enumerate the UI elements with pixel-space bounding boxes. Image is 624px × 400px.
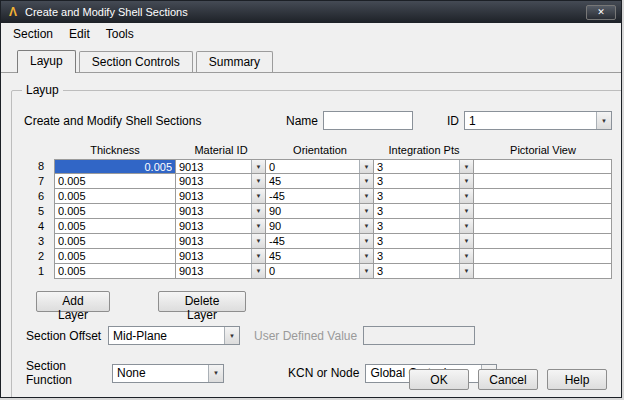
dropdown-arrow-icon[interactable]: ▼ — [359, 160, 373, 173]
dropdown-arrow-icon[interactable]: ▼ — [251, 219, 265, 233]
dropdown-arrow-icon[interactable]: ▼ — [359, 204, 373, 218]
thickness-input[interactable] — [55, 234, 175, 248]
thickness-input[interactable] — [55, 204, 175, 218]
dropdown-arrow-icon[interactable]: ▼ — [596, 112, 611, 129]
user-defined-value-label: User Defined Value — [254, 329, 357, 343]
integration-pts-combo[interactable]: 3▼ — [374, 234, 474, 249]
integration-pts-combo[interactable]: 3▼ — [374, 264, 474, 279]
thickness-input[interactable] — [55, 264, 175, 278]
section-offset-combo[interactable]: Mid-Plane ▼ — [108, 326, 240, 345]
integration-pts-combo[interactable]: 3▼ — [374, 204, 474, 219]
orientation-combo[interactable]: 90▼ — [266, 219, 374, 234]
menu-section[interactable]: Section — [5, 25, 61, 43]
section-offset-value: Mid-Plane — [109, 329, 224, 343]
orientation-value: 90 — [266, 204, 359, 218]
dropdown-arrow-icon[interactable]: ▼ — [251, 264, 265, 278]
close-button[interactable]: ✕ — [586, 5, 616, 20]
material-id-combo[interactable]: 9013▼ — [176, 204, 266, 219]
dropdown-arrow-icon[interactable]: ▼ — [251, 249, 265, 263]
thickness-input[interactable] — [55, 160, 175, 173]
orientation-value: -45 — [266, 234, 359, 248]
dropdown-arrow-icon[interactable]: ▼ — [459, 219, 473, 233]
dropdown-arrow-icon[interactable]: ▼ — [251, 174, 265, 188]
tab-section-controls[interactable]: Section Controls — [79, 51, 193, 72]
dropdown-arrow-icon[interactable]: ▼ — [251, 189, 265, 203]
thickness-cell — [54, 264, 176, 279]
integration-pts-combo[interactable]: 3▼ — [374, 249, 474, 264]
orientation-value: 90 — [266, 219, 359, 233]
ok-button[interactable]: OK — [409, 369, 469, 390]
integration-pts-value: 3 — [374, 219, 459, 233]
integration-pts-value: 3 — [374, 174, 459, 188]
dropdown-arrow-icon[interactable]: ▼ — [251, 204, 265, 218]
integration-pts-combo[interactable]: 3▼ — [374, 159, 474, 174]
integration-pts-value: 3 — [374, 264, 459, 278]
dropdown-arrow-icon[interactable]: ▼ — [359, 189, 373, 203]
orientation-combo[interactable]: 45▼ — [266, 249, 374, 264]
dropdown-arrow-icon[interactable]: ▼ — [208, 365, 223, 382]
orientation-combo[interactable]: 0▼ — [266, 159, 374, 174]
material-id-value: 9013 — [176, 249, 251, 263]
dropdown-arrow-icon[interactable]: ▼ — [359, 219, 373, 233]
pictorial-view-cell — [474, 159, 612, 174]
thickness-input[interactable] — [55, 189, 175, 203]
section-function-value: None — [113, 366, 208, 380]
dropdown-arrow-icon[interactable]: ▼ — [359, 174, 373, 188]
menu-edit[interactable]: Edit — [61, 25, 98, 43]
material-id-combo[interactable]: 9013▼ — [176, 234, 266, 249]
integration-pts-combo[interactable]: 3▼ — [374, 189, 474, 204]
ansys-logo-icon: Λ — [6, 5, 20, 19]
thickness-input[interactable] — [55, 174, 175, 188]
thickness-input[interactable] — [55, 249, 175, 263]
help-button[interactable]: Help — [547, 369, 607, 390]
material-id-combo[interactable]: 9013▼ — [176, 189, 266, 204]
dropdown-arrow-icon[interactable]: ▼ — [459, 204, 473, 218]
name-input[interactable] — [323, 111, 413, 130]
dropdown-arrow-icon[interactable]: ▼ — [359, 249, 373, 263]
thickness-input[interactable] — [55, 219, 175, 233]
title-bar: Λ Create and Modify Shell Sections ✕ — [1, 1, 621, 23]
material-id-combo[interactable]: 9013▼ — [176, 174, 266, 189]
integration-pts-combo[interactable]: 3▼ — [374, 219, 474, 234]
delete-layer-button[interactable]: Delete Layer — [158, 291, 246, 312]
orientation-combo[interactable]: 0▼ — [266, 264, 374, 279]
tab-summary[interactable]: Summary — [196, 51, 273, 72]
dropdown-arrow-icon[interactable]: ▼ — [459, 264, 473, 278]
add-layer-button[interactable]: Add Layer — [36, 291, 110, 312]
material-id-value: 9013 — [176, 189, 251, 203]
section-function-combo[interactable]: None ▼ — [112, 364, 224, 383]
menu-tools[interactable]: Tools — [98, 25, 142, 43]
dropdown-arrow-icon[interactable]: ▼ — [459, 189, 473, 203]
orientation-combo[interactable]: -45▼ — [266, 189, 374, 204]
dropdown-arrow-icon[interactable]: ▼ — [459, 249, 473, 263]
table-header-row: Thickness Material ID Orientation Integr… — [34, 142, 612, 159]
integration-pts-value: 3 — [374, 160, 459, 173]
section-caption: Create and Modify Shell Sections — [24, 114, 286, 128]
integration-pts-value: 3 — [374, 234, 459, 248]
layer-buttons-row: Add Layer Delete Layer — [36, 291, 612, 312]
dropdown-arrow-icon[interactable]: ▼ — [459, 234, 473, 248]
orientation-combo[interactable]: -45▼ — [266, 234, 374, 249]
integration-pts-combo[interactable]: 3▼ — [374, 174, 474, 189]
orientation-combo[interactable]: 90▼ — [266, 204, 374, 219]
dropdown-arrow-icon[interactable]: ▼ — [359, 234, 373, 248]
orientation-combo[interactable]: 45▼ — [266, 174, 374, 189]
dropdown-arrow-icon[interactable]: ▼ — [251, 160, 265, 173]
dropdown-arrow-icon[interactable]: ▼ — [224, 327, 239, 344]
material-id-combo[interactable]: 9013▼ — [176, 264, 266, 279]
thickness-cell — [54, 219, 176, 234]
thickness-cell — [54, 159, 176, 174]
dropdown-arrow-icon[interactable]: ▼ — [459, 160, 473, 173]
material-id-combo[interactable]: 9013▼ — [176, 249, 266, 264]
material-id-combo[interactable]: 9013▼ — [176, 219, 266, 234]
pictorial-view-cell — [474, 219, 612, 234]
tab-layup[interactable]: Layup — [17, 50, 76, 73]
cancel-button[interactable]: Cancel — [478, 369, 538, 390]
material-id-value: 9013 — [176, 204, 251, 218]
dropdown-arrow-icon[interactable]: ▼ — [359, 264, 373, 278]
material-id-combo[interactable]: 9013▼ — [176, 159, 266, 174]
header-orientation: Orientation — [266, 142, 374, 159]
id-combo[interactable]: 1 ▼ — [464, 111, 612, 130]
dropdown-arrow-icon[interactable]: ▼ — [459, 174, 473, 188]
dropdown-arrow-icon[interactable]: ▼ — [251, 234, 265, 248]
